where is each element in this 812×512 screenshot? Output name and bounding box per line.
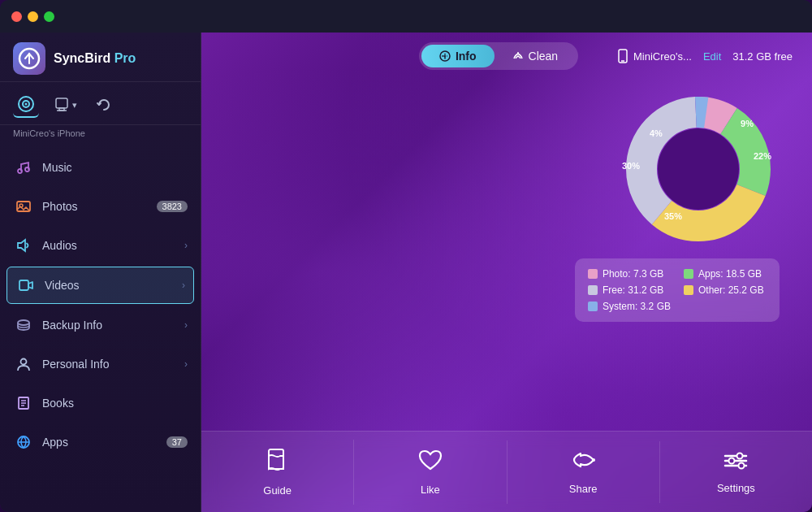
backup-chevron: › — [184, 319, 188, 331]
chart-section: 4% 9% 22% 30% 35% — [201, 80, 812, 431]
sidebar-item-photos-label: Photos — [42, 200, 157, 213]
share-label: Share — [569, 483, 598, 495]
main-area: SyncBird Pro — [0, 33, 812, 512]
svg-point-12 — [18, 320, 29, 325]
app-name-container: SyncBird Pro — [54, 51, 136, 66]
videos-chevron: › — [182, 280, 185, 291]
sidebar-item-backup-label: Backup Info — [42, 319, 184, 332]
chart-labels: 4% 9% 22% 30% 35% — [617, 88, 780, 250]
sidebar-item-videos[interactable]: Videos › — [6, 267, 194, 304]
app-logo — [13, 42, 45, 75]
legend-box: Photo: 7.3 GB Apps: 18.5 GB Free: 31.2 G… — [575, 258, 780, 322]
svg-point-32 — [737, 453, 743, 459]
legend-item-apps: Apps: 18.5 GB — [684, 268, 767, 280]
legend-dot-free — [588, 285, 598, 295]
legend-dot-photo — [588, 269, 598, 279]
tab-info[interactable]: i Info — [421, 45, 495, 67]
bottom-item-like[interactable]: Like — [354, 440, 507, 504]
legend-item-system: System: 3.2 GB — [588, 301, 671, 312]
legend-item-free: Free: 31.2 GB — [588, 284, 671, 296]
device-status: MiniCreo's... Edit 31.2 GB free — [617, 49, 793, 63]
sidebar-item-music[interactable]: Music — [0, 148, 201, 187]
sidebar-item-books-label: Books — [42, 397, 188, 410]
personal-chevron: › — [184, 358, 188, 370]
refresh-button[interactable] — [91, 92, 117, 118]
sidebar-item-photos[interactable]: Photos 3823 — [0, 187, 201, 226]
donut-chart: 4% 9% 22% 30% 35% — [617, 88, 780, 250]
guide-icon — [266, 448, 290, 478]
svg-point-23 — [444, 54, 446, 55]
tab-clean[interactable]: Clean — [495, 45, 577, 67]
like-label: Like — [421, 484, 440, 496]
svg-point-34 — [739, 463, 745, 469]
legend-dot-other — [684, 285, 693, 295]
legend-label-photo: Photo: 7.3 GB — [603, 268, 663, 280]
svg-rect-27 — [269, 449, 283, 469]
legend-item-other: Other: 25.2 GB — [684, 284, 767, 296]
sidebar-item-audios[interactable]: Audios › — [0, 226, 201, 265]
legend-label-other: Other: 25.2 GB — [698, 284, 764, 296]
legend-label-system: System: 3.2 GB — [603, 301, 671, 312]
sidebar-item-apps-label: Apps — [42, 436, 166, 449]
titlebar — [0, 0, 812, 33]
bottom-item-settings[interactable]: Settings — [660, 441, 812, 502]
app-name-regular: SyncBird — [54, 51, 110, 65]
sidebar-item-books[interactable]: Books — [0, 384, 201, 423]
maximize-button[interactable] — [44, 11, 54, 22]
legend-grid: Photo: 7.3 GB Apps: 18.5 GB Free: 31.2 G… — [588, 268, 767, 312]
settings-icon — [723, 449, 748, 475]
minimize-button[interactable] — [28, 11, 38, 22]
svg-point-33 — [729, 458, 735, 464]
legend-label-apps: Apps: 18.5 GB — [698, 268, 762, 280]
sidebar-item-apps[interactable]: Apps 37 — [0, 423, 201, 462]
like-icon — [418, 449, 443, 477]
device-edit-button[interactable]: Edit — [703, 50, 721, 63]
device-toolbar: ▾ — [0, 82, 201, 125]
sidebar: SyncBird Pro — [0, 33, 201, 512]
personal-icon — [13, 354, 34, 375]
device-name: MiniCreo's iPhone — [0, 125, 201, 145]
sidebar-item-music-label: Music — [42, 161, 188, 174]
audios-chevron: › — [184, 240, 188, 251]
svg-text:i: i — [440, 55, 448, 58]
content-area: i Info Clean — [201, 33, 812, 512]
books-icon — [13, 393, 34, 414]
storage-free-text: 31.2 GB free — [732, 50, 793, 63]
device-display-name: MiniCreo's... — [633, 50, 692, 63]
svg-point-8 — [25, 167, 29, 171]
svg-point-7 — [18, 169, 22, 173]
sidebar-item-videos-label: Videos — [45, 279, 182, 292]
music-tab-button[interactable] — [13, 92, 39, 118]
top-tabs: i Info Clean — [419, 42, 578, 70]
close-button[interactable] — [11, 11, 22, 22]
tab-info-label: Info — [456, 50, 477, 63]
photos-badge: 3823 — [157, 201, 188, 212]
sidebar-item-audios-label: Audios — [42, 239, 184, 252]
tab-clean-label: Clean — [529, 50, 559, 63]
backup-icon — [13, 315, 34, 336]
content-header: i Info Clean — [201, 33, 812, 80]
legend-item-photo: Photo: 7.3 GB — [588, 268, 671, 280]
photos-icon — [13, 196, 34, 217]
videos-icon — [15, 275, 37, 296]
sidebar-item-backup[interactable]: Backup Info › — [0, 306, 201, 345]
bottom-item-guide[interactable]: Guide — [201, 440, 354, 505]
traffic-lights — [11, 11, 54, 22]
sidebar-header: SyncBird Pro — [0, 33, 201, 82]
svg-rect-11 — [19, 280, 28, 290]
legend-label-free: Free: 31.2 GB — [603, 284, 663, 296]
svg-point-28 — [592, 458, 595, 462]
bottom-item-share[interactable]: Share — [508, 441, 660, 503]
app-window: SyncBird Pro — [0, 0, 812, 512]
device-status-name: MiniCreo's... — [617, 49, 692, 63]
sidebar-nav: Music Photos 3823 — [0, 145, 201, 512]
app-name-pro: Pro — [110, 51, 136, 65]
svg-rect-4 — [56, 98, 67, 108]
sidebar-item-personal[interactable]: Personal Info › — [0, 345, 201, 384]
guide-label: Guide — [263, 484, 292, 497]
apps-badge: 37 — [166, 436, 188, 448]
apps-icon — [13, 432, 34, 453]
device-dropdown-button[interactable]: ▾ — [50, 92, 80, 118]
legend-dot-system — [588, 302, 598, 311]
music-icon — [13, 157, 34, 178]
